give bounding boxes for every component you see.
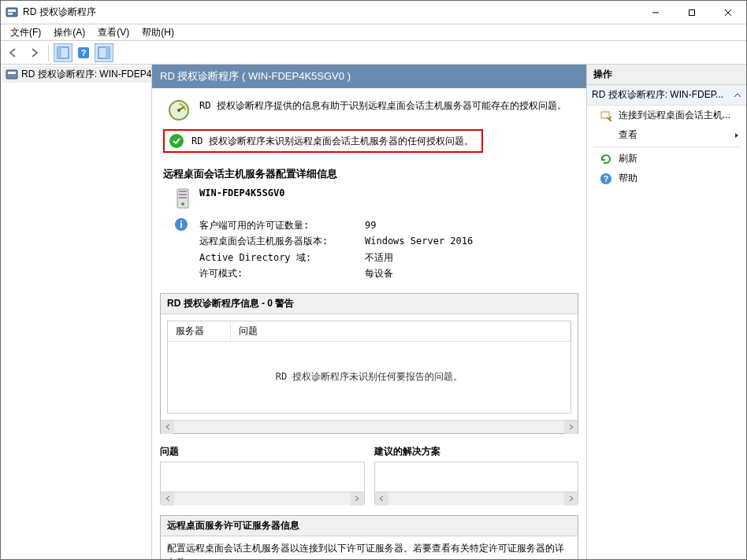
connect-icon — [600, 109, 612, 122]
action-view-label: 查看 — [619, 128, 637, 142]
action-help[interactable]: ? 帮助 — [587, 169, 746, 188]
svg-text:?: ? — [81, 48, 87, 57]
action-refresh-label: 刷新 — [619, 152, 637, 165]
ad-value: 不适用 — [365, 250, 473, 265]
titlebar: RD 授权诊断程序 — [1, 1, 746, 24]
app-icon — [6, 6, 18, 19]
diagnostic-icon — [166, 99, 191, 121]
action-view[interactable]: 查看 — [587, 125, 746, 145]
actions-pane: 操作 RD 授权诊断程序: WIN-FDEP... 连接到远程桌面会话主机...… — [587, 65, 746, 559]
scroll-right-icon[interactable] — [564, 492, 578, 506]
scroll-left-icon[interactable] — [161, 421, 174, 434]
version-value: Windows Server 2016 — [365, 233, 473, 249]
tree-root-label: RD 授权诊断程序: WIN-FDEP4 — [21, 68, 151, 81]
actions-group-title[interactable]: RD 授权诊断程序: WIN-FDEP... — [587, 85, 746, 106]
solution-hscroll[interactable] — [375, 491, 578, 505]
window-controls — [637, 1, 746, 24]
info-panel-title: RD 授权诊断程序信息 - 0 警告 — [161, 294, 578, 314]
status-box: RD 授权诊断程序未识别远程桌面会话主机服务器的任何授权问题。 — [163, 129, 483, 153]
minimize-button[interactable] — [637, 1, 674, 24]
col-server[interactable]: 服务器 — [168, 321, 231, 341]
action-refresh[interactable]: 刷新 — [587, 149, 746, 169]
actions-title: 操作 — [587, 65, 746, 85]
info-hscroll[interactable] — [161, 420, 578, 433]
show-actions-button[interactable] — [95, 43, 113, 62]
svg-text:?: ? — [604, 174, 609, 184]
nav-forward-button[interactable] — [24, 43, 43, 62]
server-block: WIN-FDEP4K5SGV0 — [174, 187, 580, 210]
actions-separator — [593, 146, 740, 147]
menu-file[interactable]: 文件(F) — [4, 24, 47, 41]
action-connect-label: 连接到远程桌面会话主机... — [619, 109, 730, 122]
intro-text: RD 授权诊断程序提供的信息有助于识别远程桌面会话主机服务器可能存在的授权问题。 — [199, 99, 567, 113]
svg-rect-13 — [6, 70, 17, 79]
issues-title: 问题 — [160, 445, 365, 458]
ad-label: Active Directory 域: — [199, 250, 365, 265]
tree-pane: RD 授权诊断程序: WIN-FDEP4 — [1, 65, 152, 559]
licenses-label: 客户端可用的许可证数量: — [199, 217, 365, 233]
solution-box — [374, 462, 579, 504]
content-body: RD 授权诊断程序提供的信息有助于识别远程桌面会话主机服务器可能存在的授权问题。… — [152, 88, 586, 559]
scroll-left-icon[interactable] — [161, 492, 174, 506]
body: RD 授权诊断程序: WIN-FDEP4 RD 授权诊断程序 ( WIN-FDE… — [1, 65, 746, 559]
show-tree-button[interactable] — [54, 43, 72, 62]
svg-point-22 — [181, 202, 184, 206]
svg-rect-1 — [8, 9, 16, 12]
action-connect[interactable]: 连接到远程桌面会话主机... — [587, 106, 746, 125]
cert-desc-line2: 名称 — [167, 557, 186, 559]
action-help-label: 帮助 — [619, 172, 637, 185]
menubar: 文件(F) 操作(A) 查看(V) 帮助(H) — [1, 24, 746, 41]
version-label: 远程桌面会话主机服务器版本: — [199, 233, 365, 249]
col-issue[interactable]: 问题 — [231, 321, 570, 341]
config-section-title: 远程桌面会话主机服务器配置详细信息 — [163, 167, 575, 181]
server-icon — [174, 187, 191, 210]
cert-desc-line1: 配置远程桌面会话主机服务器以连接到以下许可证服务器。若要查看有关特定许可证服务器… — [167, 543, 564, 554]
close-button[interactable] — [710, 1, 746, 24]
mode-label: 许可模式: — [199, 265, 365, 281]
info-panel: RD 授权诊断程序信息 - 0 警告 服务器 问题 RD 授权诊断程序未识别任何… — [160, 293, 578, 434]
scroll-left-icon[interactable] — [375, 492, 388, 506]
scroll-right-icon[interactable] — [564, 421, 578, 434]
content-pane: RD 授权诊断程序 ( WIN-FDEP4K5SGV0 ) RD 授权诊断程序提… — [152, 65, 587, 559]
info-icon: i — [174, 217, 191, 282]
help-icon: ? — [600, 172, 612, 185]
nav-back-button[interactable] — [4, 43, 23, 62]
status-text: RD 授权诊断程序未识别远程桌面会话主机服务器的任何授权问题。 — [191, 135, 474, 148]
svg-rect-2 — [8, 13, 13, 15]
scroll-right-icon[interactable] — [351, 492, 364, 506]
issues-hscroll[interactable] — [161, 491, 364, 505]
svg-rect-14 — [8, 72, 16, 74]
svg-rect-8 — [58, 47, 61, 58]
menu-help[interactable]: 帮助(H) — [136, 24, 180, 41]
svg-rect-19 — [179, 191, 187, 192]
app-window: RD 授权诊断程序 文件(F) 操作(A) 查看(V) 帮助(H) ? RD 授… — [0, 0, 747, 560]
mode-value: 每设备 — [365, 265, 473, 281]
window-title: RD 授权诊断程序 — [23, 6, 637, 19]
svg-rect-21 — [179, 197, 187, 198]
intro-row: RD 授权诊断程序提供的信息有助于识别远程桌面会话主机服务器可能存在的授权问题。 — [158, 96, 580, 129]
tree-root-icon — [6, 69, 18, 81]
help-toolbar-button[interactable]: ? — [74, 43, 93, 62]
collapse-up-icon[interactable] — [734, 91, 741, 99]
issues-table-head: 服务器 问题 — [168, 321, 570, 342]
issues-solution-row: 问题 建议的解决方案 — [160, 445, 578, 504]
issues-table: 服务器 问题 RD 授权诊断程序未识别任何要报告的问题。 — [167, 321, 571, 414]
config-rows: 客户端可用的许可证数量: 远程桌面会话主机服务器版本: Active Direc… — [199, 217, 473, 282]
maximize-button[interactable] — [674, 1, 710, 24]
issues-block: 问题 — [160, 445, 365, 504]
refresh-icon — [600, 153, 612, 165]
solution-title: 建议的解决方案 — [374, 445, 579, 458]
svg-rect-12 — [106, 47, 110, 58]
server-name: WIN-FDEP4K5SGV0 — [199, 187, 284, 198]
config-detail-block: i 客户端可用的许可证数量: 远程桌面会话主机服务器版本: Active Dir… — [174, 217, 580, 282]
svg-rect-0 — [6, 8, 17, 17]
menu-view[interactable]: 查看(V) — [91, 24, 136, 41]
tree-root-node[interactable]: RD 授权诊断程序: WIN-FDEP4 — [2, 66, 151, 83]
status-ok-icon — [169, 134, 184, 148]
svg-rect-25 — [601, 112, 609, 118]
svg-rect-20 — [179, 194, 187, 195]
actions-group-label: RD 授权诊断程序: WIN-FDEP... — [592, 88, 723, 102]
toolbar: ? — [1, 41, 746, 65]
toolbar-separator — [48, 44, 49, 61]
menu-action[interactable]: 操作(A) — [47, 24, 91, 41]
